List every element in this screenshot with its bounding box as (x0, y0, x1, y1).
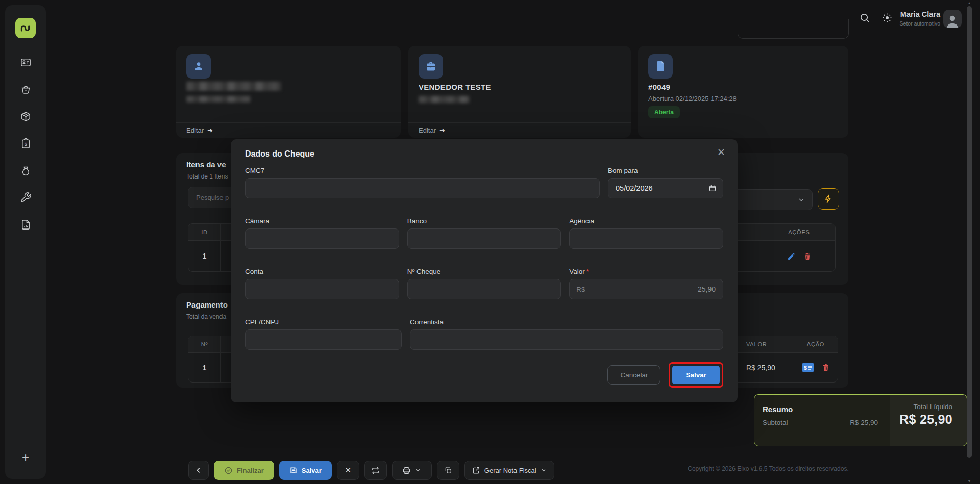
calendar-icon (708, 184, 717, 192)
valor-label: Valor* (569, 268, 723, 275)
copy-icon (444, 466, 452, 474)
scrollbar-thumb[interactable] (967, 6, 972, 458)
sidebar-item-orders[interactable]: $ (15, 137, 36, 149)
numero-cheque-label: Nº Cheque (407, 268, 561, 275)
app-root: $ + (0, 0, 980, 484)
delete-payment-button[interactable] (822, 363, 830, 372)
report-file-icon (20, 219, 32, 231)
conta-label: Conta (245, 268, 399, 275)
customer-avatar-tile (186, 54, 211, 79)
quick-add-button[interactable] (818, 188, 839, 210)
document-icon (655, 60, 666, 72)
camara-label: Câmara (245, 217, 399, 225)
check-circle-icon (224, 466, 233, 475)
x-icon: ✕ (345, 466, 352, 475)
order-opening-timestamp: Abertura 02/12/2025 17:24:28 (648, 95, 737, 103)
bom-para-date-input[interactable]: 05/02/2026 (608, 178, 723, 198)
customer-card: Editar ➜ (176, 46, 401, 138)
payment-num-cell: 1 (188, 353, 221, 382)
order-status-badge: Aberta (648, 106, 680, 118)
order-number: #0049 (648, 83, 670, 91)
sidebar-nav: $ (5, 56, 46, 231)
sidebar-add-button[interactable]: + (5, 450, 46, 465)
scroll-down-arrow-icon[interactable]: ▼ (966, 479, 973, 483)
items-panel-title: Itens da ve (186, 160, 226, 169)
save-button[interactable]: Salvar (672, 366, 720, 384)
items-col-id: ID (188, 224, 221, 240)
currency-prefix: R$ (570, 279, 592, 299)
close-icon[interactable]: ✕ (717, 147, 725, 157)
cheque-details-button[interactable]: $ (802, 363, 814, 372)
payments-col-action: AÇÃO (794, 336, 838, 352)
repeat-icon (371, 466, 380, 475)
edit-label: Editar (419, 126, 436, 134)
redacted-seller-detail (419, 96, 470, 103)
delete-item-button[interactable] (803, 252, 812, 261)
conta-input[interactable] (245, 279, 399, 299)
camara-input[interactable] (245, 228, 399, 249)
sidebar-item-sales[interactable] (15, 83, 36, 95)
cheque-icon: $ (802, 363, 814, 372)
person-icon (945, 14, 960, 28)
correntista-label: Correntista (410, 318, 723, 326)
chevron-down-icon (797, 196, 805, 204)
chevron-down-icon (541, 467, 547, 473)
cpf-cnpj-label: CPF/CNPJ (245, 318, 402, 326)
banco-input[interactable] (407, 228, 561, 249)
shopping-basket-icon (20, 84, 32, 95)
redacted-customer-name (186, 82, 281, 91)
correntista-input[interactable] (410, 329, 723, 350)
bom-para-value: 05/02/2026 (616, 184, 653, 192)
bom-para-label: Bom para (608, 167, 723, 174)
cpf-cnpj-input[interactable] (245, 329, 402, 350)
seller-edit-link[interactable]: Editar ➜ (408, 122, 631, 138)
agencia-input[interactable] (569, 228, 723, 249)
toolbar-save-button[interactable]: Salvar (279, 461, 332, 480)
id-card-icon (20, 57, 32, 68)
payments-panel-title: Pagamento (186, 300, 228, 309)
app-logo[interactable] (15, 18, 36, 38)
back-button[interactable] (188, 461, 209, 480)
sidebar-item-reports[interactable] (15, 218, 36, 231)
summary-title: Resumo (763, 405, 890, 414)
total-label: Total Líquido (890, 403, 952, 411)
sidebar-item-customers[interactable] (15, 56, 36, 68)
chevron-down-icon (415, 467, 421, 473)
scroll-up-arrow-icon[interactable]: ▲ (966, 1, 973, 5)
numero-cheque-input[interactable] (407, 279, 561, 299)
edit-item-button[interactable] (787, 252, 796, 261)
cancel-button[interactable]: Cancelar (607, 365, 660, 385)
agencia-label: Agência (569, 217, 723, 225)
discard-button[interactable]: ✕ (337, 461, 359, 480)
floppy-disk-icon (289, 466, 298, 474)
finalize-button[interactable]: Finalizar (214, 461, 274, 480)
customer-edit-link[interactable]: Editar ➜ (176, 122, 401, 138)
logo-squiggle-icon (19, 21, 32, 35)
sidebar-item-services[interactable] (15, 191, 36, 203)
user-role: Setor automotivo (847, 20, 940, 27)
arrow-right-icon: ➜ (439, 126, 445, 134)
duplicate-button[interactable] (437, 461, 459, 480)
bottom-toolbar: Finalizar Salvar ✕ (188, 461, 554, 480)
user-name: Maria Clara (847, 10, 940, 18)
external-link-icon (472, 466, 480, 474)
generate-invoice-button[interactable]: Gerar Nota Fiscal (464, 461, 554, 480)
payment-value-cell: R$ 25,90 (739, 353, 794, 382)
valor-input[interactable]: R$ 25,90 (569, 279, 723, 299)
order-clipboard-icon: $ (20, 138, 32, 149)
sidebar-item-finance[interactable] (15, 164, 36, 176)
subtotal-label: Subtotal (763, 419, 788, 426)
payments-panel-subtitle: Total da venda (186, 313, 226, 320)
cmc7-input[interactable] (245, 178, 600, 198)
printer-icon (402, 466, 411, 475)
banco-label: Banco (407, 217, 561, 225)
reopen-button[interactable] (364, 461, 387, 480)
sidebar-item-products[interactable] (15, 110, 36, 122)
seller-icon-tile (419, 54, 443, 79)
payments-col-num: Nº (188, 336, 221, 352)
avatar[interactable] (943, 10, 962, 28)
cmc7-label: CMC7 (245, 167, 600, 174)
print-button[interactable] (392, 461, 432, 480)
lightning-bolt-icon (823, 194, 834, 204)
briefcase-icon (425, 60, 437, 72)
